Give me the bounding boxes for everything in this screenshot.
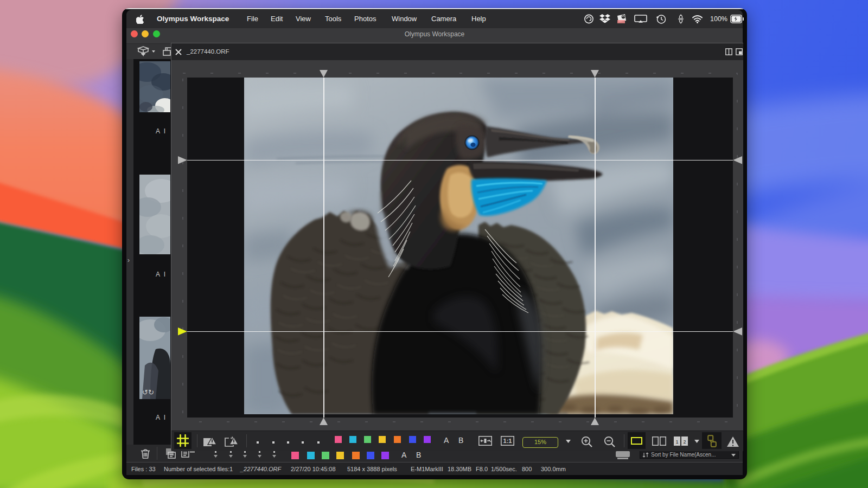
svg-text:2: 2 xyxy=(683,439,686,445)
svg-text:1: 1 xyxy=(675,439,678,445)
svg-text:1:1: 1:1 xyxy=(503,438,512,444)
